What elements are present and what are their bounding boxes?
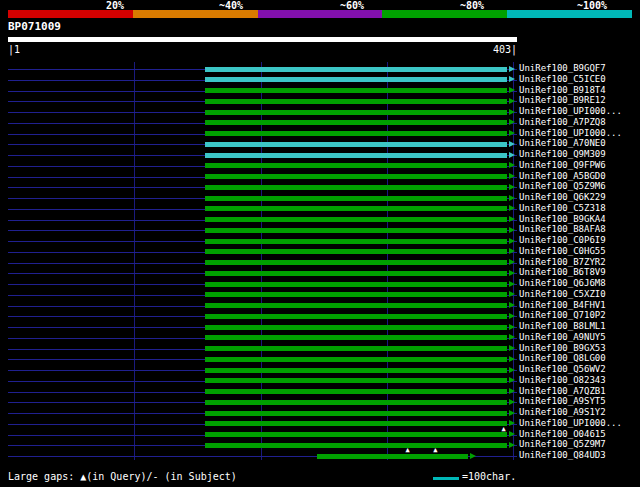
hit-arrow-icon: [509, 205, 515, 211]
hit-label[interactable]: UniRef100_C5Z318: [519, 204, 606, 213]
hit-label[interactable]: UniRef100_Q9FPW6: [519, 161, 606, 170]
hit-arrow-icon: [509, 248, 515, 254]
hit-arrow-icon: [509, 291, 515, 297]
hit-label[interactable]: UniRef100_B9GQF7: [519, 64, 606, 73]
hit-label[interactable]: UniRef100_A9NUY5: [519, 333, 606, 342]
hit-arrow-icon: [509, 442, 515, 448]
hit-label[interactable]: UniRef100_Q6J6M8: [519, 279, 606, 288]
hit-label[interactable]: UniRef100_Q6K229: [519, 193, 606, 202]
hit-bar[interactable]: [205, 131, 507, 136]
hit-arrow-icon: [509, 324, 515, 330]
hit-bar[interactable]: [205, 142, 507, 147]
hit-arrow-icon: [509, 399, 515, 405]
hit-bar[interactable]: [205, 88, 507, 93]
hit-bar[interactable]: [205, 335, 507, 340]
hit-label[interactable]: UniRef100_Q9M309: [519, 150, 606, 159]
hit-label[interactable]: UniRef100_B9RE12: [519, 96, 606, 105]
identity-scalebar: [8, 10, 632, 18]
hit-bar[interactable]: [205, 432, 507, 437]
hit-bar[interactable]: [205, 303, 507, 308]
hit-bar[interactable]: [205, 314, 507, 319]
hit-bar[interactable]: [205, 292, 507, 297]
hit-arrow-icon: [509, 388, 515, 394]
hit-bar[interactable]: [205, 346, 507, 351]
query-name: BP071009: [8, 21, 61, 32]
scalebar-percent-label: 20%: [106, 1, 124, 11]
hit-bar[interactable]: [205, 282, 507, 287]
hit-arrow-icon: [509, 420, 515, 426]
hit-arrow-icon: [509, 334, 515, 340]
hit-label[interactable]: UniRef100_Q56WV2: [519, 365, 606, 374]
hit-bar[interactable]: [205, 260, 507, 265]
hit-arrow-icon: [509, 66, 515, 72]
hit-bar[interactable]: [205, 378, 507, 383]
scalebar-segment: [507, 10, 632, 18]
hit-label[interactable]: UniRef100_B4FHV1: [519, 301, 606, 310]
hit-bar[interactable]: [205, 389, 507, 394]
hit-label[interactable]: UniRef100_Q5Z9M7: [519, 440, 606, 449]
hit-bar[interactable]: [205, 206, 507, 211]
hit-label[interactable]: UniRef100_UPI000...: [519, 129, 622, 138]
hit-label[interactable]: UniRef100_UPI000...: [519, 107, 622, 116]
scalebar-percent-label: ~60%: [340, 1, 364, 11]
hit-bar[interactable]: [205, 249, 507, 254]
hit-arrow-icon: [509, 109, 515, 115]
hit-label[interactable]: UniRef100_A7PZQ8: [519, 118, 606, 127]
hit-arrow-icon: [509, 227, 515, 233]
hit-label[interactable]: UniRef100_B918T4: [519, 86, 606, 95]
hit-label[interactable]: UniRef100_A9S1Y2: [519, 408, 606, 417]
hit-label[interactable]: UniRef100_B9GKA4: [519, 215, 606, 224]
hit-bar[interactable]: [205, 99, 507, 104]
hit-label[interactable]: UniRef100_A9SYT5: [519, 397, 606, 406]
hit-label[interactable]: UniRef100_C0P6I9: [519, 236, 606, 245]
hit-bar[interactable]: [205, 443, 507, 448]
hit-arrow-icon: [509, 345, 515, 351]
hit-label[interactable]: UniRef100_Q710P2: [519, 311, 606, 320]
hit-bar[interactable]: [205, 400, 507, 405]
hit-label[interactable]: UniRef100_UPI000...: [519, 419, 622, 428]
hit-label[interactable]: UniRef100_B8AFA8: [519, 225, 606, 234]
hit-label[interactable]: UniRef100_B7ZYR2: [519, 258, 606, 267]
hit-arrow-icon: [470, 453, 476, 459]
hit-bar[interactable]: [205, 163, 507, 168]
hit-bar[interactable]: [205, 368, 507, 373]
hit-bar[interactable]: [205, 120, 507, 125]
hit-bar[interactable]: [205, 357, 507, 362]
hit-bar[interactable]: [205, 153, 507, 158]
hit-bar[interactable]: [205, 110, 507, 115]
hit-label[interactable]: UniRef100_C5XZI0: [519, 290, 606, 299]
hit-arrow-icon: [509, 259, 515, 265]
hit-bar[interactable]: [205, 185, 507, 190]
hit-bar[interactable]: [205, 271, 507, 276]
hit-label[interactable]: UniRef100_B6T8V9: [519, 268, 606, 277]
hit-label[interactable]: UniRef100_A70NE0: [519, 139, 606, 148]
hit-bar[interactable]: [205, 77, 507, 82]
hit-label[interactable]: UniRef100_Q8LG00: [519, 354, 606, 363]
hit-bar[interactable]: [317, 454, 467, 459]
hit-bar[interactable]: [205, 325, 507, 330]
hit-label[interactable]: UniRef100_O82343: [519, 376, 606, 385]
hit-label[interactable]: UniRef100_A7QZB1: [519, 387, 606, 396]
hit-label[interactable]: UniRef100_Q5Z9M6: [519, 182, 606, 191]
hit-label[interactable]: UniRef100_C0HG55: [519, 247, 606, 256]
hit-arrow-icon: [509, 270, 515, 276]
hit-bar[interactable]: [205, 239, 507, 244]
hit-label[interactable]: UniRef100_O04615: [519, 430, 606, 439]
hit-label[interactable]: UniRef100_C5ICE0: [519, 75, 606, 84]
hit-bar[interactable]: [205, 421, 507, 426]
hit-arrow-icon: [509, 76, 515, 82]
hit-bar[interactable]: [205, 196, 507, 201]
hit-bar[interactable]: [205, 174, 507, 179]
hit-label[interactable]: UniRef100_B9GX53: [519, 344, 606, 353]
hit-label[interactable]: UniRef100_A5BGD0: [519, 172, 606, 181]
query-end-tick: 403|: [493, 45, 517, 55]
hit-bar[interactable]: [205, 228, 507, 233]
hit-bar[interactable]: [205, 411, 507, 416]
large-gaps-legend: Large gaps: ▲(in Query)/- (in Subject): [8, 471, 237, 482]
hit-bar[interactable]: [205, 217, 507, 222]
hit-bar[interactable]: [205, 67, 507, 72]
hit-arrow-icon: [509, 313, 515, 319]
hit-label[interactable]: UniRef100_B8LML1: [519, 322, 606, 331]
hit-arrow-icon: [509, 152, 515, 158]
hit-label[interactable]: UniRef100_Q84UD3: [519, 451, 606, 460]
